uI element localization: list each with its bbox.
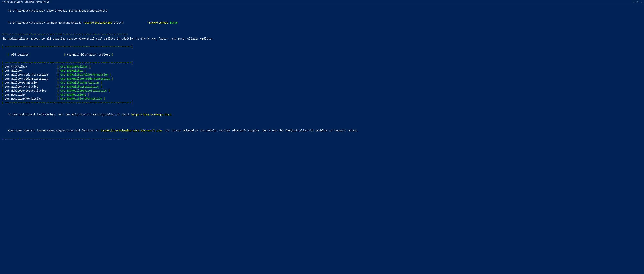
bool-value: $true bbox=[170, 21, 178, 24]
module-info: The module allows access to all existing… bbox=[2, 37, 642, 41]
old-cmdlet: Get-Mailbox bbox=[5, 69, 57, 73]
old-cmdlet: Get-CASMailbox bbox=[5, 65, 57, 69]
value-1: brett@ bbox=[114, 21, 123, 24]
old-cmdlet: Get-MailboxStatistics bbox=[5, 85, 57, 89]
divider-2: | --------------------------------------… bbox=[2, 45, 642, 49]
minimize-button[interactable]: — bbox=[633, 1, 636, 3]
table-row: | Get-Recipient| Get-EXORecipient | bbox=[2, 93, 642, 97]
divider-5: ----------------------------------------… bbox=[2, 137, 642, 141]
divider-4: | --------------------------------------… bbox=[2, 101, 642, 105]
import-module-line: PS C:\Windows\system32> Import-Module Ex… bbox=[2, 5, 642, 17]
window-title: Administrator: Windows PowerShell bbox=[4, 1, 50, 3]
new-cmdlet: Get-EXOMailbox bbox=[60, 69, 83, 72]
param-1: -UserPrincipalName bbox=[83, 21, 114, 24]
connect-line: PS C:\Windows\system32> Connect-Exchange… bbox=[2, 17, 642, 29]
table-row: | Get-MobileDeviceStatistics| Get-EXOMob… bbox=[2, 89, 642, 93]
old-cmdlet: Get-MailboxFolderStatistics bbox=[5, 77, 57, 81]
new-cmdlet: Get-EXOMailboxStatistics bbox=[60, 85, 99, 88]
prompt-2: PS C:\Windows\system32> bbox=[8, 21, 46, 24]
old-cmdlet: Get-MailboxPermission bbox=[5, 81, 57, 85]
cmd-1: Import-Module ExchangeOnlineManagement bbox=[46, 9, 107, 12]
table-row: | Get-MailboxFolderStatistics| Get-EXOMM… bbox=[2, 77, 642, 81]
param-2: -ShowProgress bbox=[123, 21, 170, 24]
feedback-text-2: . For issues related to the module, cont… bbox=[162, 129, 358, 132]
feedback-line: Send your product improvement suggestion… bbox=[2, 125, 642, 137]
feedback-text-1: Send your product improvement suggestion… bbox=[8, 129, 101, 132]
prompt-1: PS C:\Windows\system32> bbox=[8, 9, 46, 12]
additional-info-text: To get additional information, run: Get-… bbox=[8, 113, 131, 116]
terminal-body: PS C:\Windows\system32> Import-Module Ex… bbox=[0, 4, 644, 141]
new-cmdlet: Get-EXOMailboxPermission bbox=[60, 81, 99, 84]
new-cmdlet: Get-EXORecipientPermission bbox=[60, 97, 102, 100]
header-old: Old Cmdlets bbox=[11, 53, 64, 57]
table-row: | Get-MailboxPermission| Get-EXOMailboxP… bbox=[2, 81, 642, 85]
table-row: | Get-RecipientPermission| Get-EXORecipi… bbox=[2, 97, 642, 101]
table-rows: | Get-CASMailbox| Get-EXOCASMailbox || G… bbox=[2, 65, 642, 101]
table-row: | Get-CASMailbox| Get-EXOCASMailbox | bbox=[2, 65, 642, 69]
old-cmdlet: Get-Recipient bbox=[5, 93, 57, 97]
table-row: | Get-Mailbox| Get-EXOMailbox | bbox=[2, 69, 642, 73]
window-icon: ⚡ bbox=[2, 1, 3, 3]
new-cmdlet: Get-EXOCASMailbox bbox=[60, 65, 88, 68]
header-new: New/Reliable/Faster Cmdlets bbox=[67, 53, 110, 56]
divider-1: ----------------------------------------… bbox=[2, 33, 642, 37]
old-cmdlet: Get-MobileDeviceStatistics bbox=[5, 89, 57, 93]
close-button[interactable]: ✕ bbox=[640, 1, 642, 3]
old-cmdlet: Get-MailboxFolderPermission bbox=[5, 73, 57, 77]
table-row: | Get-MailboxStatistics| Get-EXOMailboxS… bbox=[2, 85, 642, 89]
docs-link: https://aka.ms/exops-docs bbox=[131, 113, 172, 116]
divider-3: | --------------------------------------… bbox=[2, 61, 642, 65]
title-bar: ⚡ Administrator: Windows PowerShell — □ … bbox=[0, 0, 644, 4]
new-cmdlet: Get-EXOMobileDeviceStatistics bbox=[60, 89, 107, 92]
feedback-email: exocmdletpreview@service.microsoft.com bbox=[101, 129, 162, 132]
table-header: | Old Cmdlets| New/Reliable/Faster Cmdle… bbox=[2, 49, 642, 61]
additional-info-line: To get additional information, run: Get-… bbox=[2, 109, 642, 121]
old-cmdlet: Get-RecipientPermission bbox=[5, 97, 57, 101]
maximize-button[interactable]: □ bbox=[636, 1, 639, 3]
table-row: | Get-MailboxFolderPermission| Get-EXOMa… bbox=[2, 73, 642, 77]
new-cmdlet: Get-EXOMMailboxFolderStatistics bbox=[60, 77, 110, 80]
new-cmdlet: Get-EXOMailboxFolderPermission bbox=[60, 73, 108, 76]
cmd-2: Connect-ExchangeOnline bbox=[46, 21, 83, 24]
new-cmdlet: Get-EXORecipient bbox=[60, 93, 86, 96]
